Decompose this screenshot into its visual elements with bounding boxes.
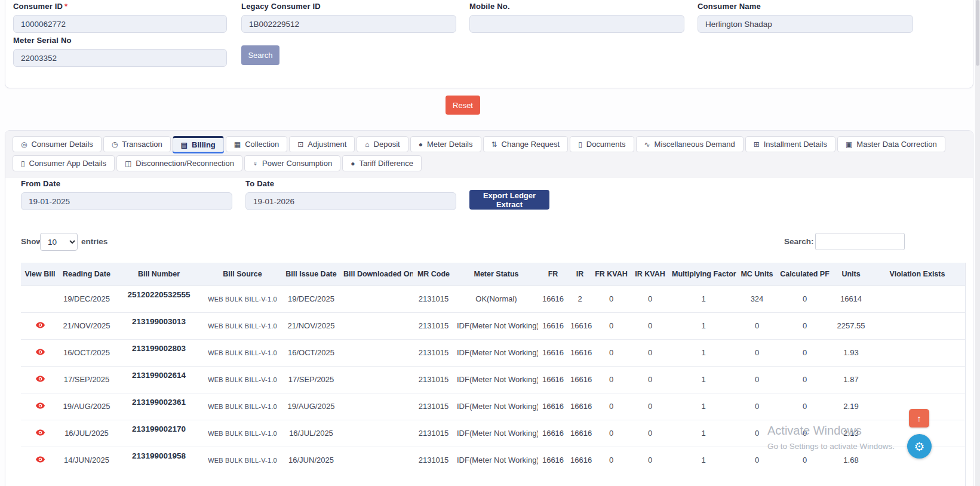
cell-bill-downloaded-on <box>341 339 413 366</box>
table-row: 17/SEP/2025213199002614WEB BULK BILL-V-1… <box>21 366 966 393</box>
view-bill-eye-icon[interactable] <box>36 322 45 328</box>
meter-serial-no-input[interactable] <box>13 49 227 67</box>
swap-arrows-icon: ⇅ <box>491 140 497 149</box>
view-bill-eye-icon[interactable] <box>36 456 45 463</box>
pulse-icon: ∿ <box>644 140 650 149</box>
cell-calculated-pf: 0 <box>776 312 833 339</box>
cell-meter-status: IDF(Meter Not Working) <box>454 312 538 339</box>
consumer-name-input[interactable] <box>698 15 913 33</box>
cell-reading-date: 19/AUG/2025 <box>59 393 114 420</box>
page-size-select[interactable]: 10 <box>40 233 78 251</box>
col-header-bill-issue-date[interactable]: Bill Issue Date <box>281 263 341 285</box>
cell-bill-downloaded-on <box>341 420 413 447</box>
col-header-mc-units[interactable]: MC Units <box>738 263 776 285</box>
col-header-reading-date[interactable]: Reading Date <box>59 263 114 285</box>
tab-adjustment[interactable]: ⊡Adjustment <box>289 136 355 152</box>
cell-mr-code: 2131015 <box>413 312 454 339</box>
cell-bill-issue-date: 16/JUN/2025 <box>281 447 341 473</box>
cell-mc-units: 0 <box>738 393 776 420</box>
cell-bill-downloaded-on <box>341 285 413 312</box>
view-bill-eye-icon[interactable] <box>36 349 45 355</box>
cell-reading-date: 19/DEC/2025 <box>59 285 114 312</box>
scrollbar-thumb[interactable] <box>976 0 979 66</box>
cell-calculated-pf: 0 <box>776 420 833 447</box>
mobile-no-input[interactable] <box>469 15 684 33</box>
tab-disconnection-reconnection[interactable]: ◫Disconnection/Reconnection <box>116 155 242 171</box>
to-date-input[interactable] <box>245 192 456 210</box>
tab-change-request[interactable]: ⇅Change Request <box>483 136 569 152</box>
scroll-to-top-button[interactable]: ↑ <box>909 409 929 427</box>
col-header-units[interactable]: Units <box>833 263 869 285</box>
cell-reading-date: 17/SEP/2025 <box>59 366 114 393</box>
cell-bill-number: 25120220532555 <box>114 285 204 312</box>
search-button[interactable]: Search <box>241 45 279 65</box>
col-header-fr[interactable]: FR <box>538 263 568 285</box>
col-header-view-bill[interactable]: View Bill <box>21 263 59 285</box>
cell-bill-source: WEB BULK BILL-V-1.0 <box>204 393 281 420</box>
cell-bill-source: WEB BULK BILL-V-1.0 <box>204 285 281 312</box>
legacy-consumer-id-input[interactable] <box>241 15 456 33</box>
meter-serial-no-label: Meter Serial No <box>13 36 72 45</box>
tab-collection[interactable]: ▦Collection <box>226 136 287 152</box>
col-header-bill-source[interactable]: Bill Source <box>204 263 281 285</box>
cell-fr: 16616 <box>538 393 568 420</box>
bank-icon: ⌂ <box>365 140 369 149</box>
tab-power-consumption[interactable]: ♀Power Consumption <box>244 155 340 171</box>
tab-strip: ◎Consumer Details◷Transaction▤Billing▦Co… <box>5 131 973 178</box>
col-header-fr-kvah[interactable]: FR KVAH <box>592 263 631 285</box>
view-bill-eye-icon[interactable] <box>36 376 45 382</box>
tab-master-data-correction[interactable]: ▣Master Data Correction <box>837 136 945 152</box>
table-row: 19/DEC/202525120220532555WEB BULK BILL-V… <box>21 285 966 312</box>
adjust-box-icon: ⊡ <box>297 140 303 149</box>
cell-units: 1.87 <box>833 366 869 393</box>
tab-tariff-difference[interactable]: ●Tariff Difference <box>342 155 422 171</box>
export-ledger-extract-button[interactable]: Export Ledger Extract <box>469 190 549 210</box>
cell-units: 2.19 <box>833 393 869 420</box>
col-header-violation-exists[interactable]: Violation Exists <box>869 263 966 285</box>
tab-consumer-app-details[interactable]: ▯Consumer App Details <box>13 155 115 171</box>
tab-meter-details[interactable]: ●Meter Details <box>410 136 481 152</box>
tab-label: Transaction <box>122 140 162 149</box>
table-search-input[interactable] <box>815 233 905 250</box>
cell-mc-units: 0 <box>738 447 776 473</box>
from-date-input[interactable] <box>21 192 232 210</box>
settings-fab-button[interactable]: ⚙ <box>907 434 932 459</box>
col-header-bill-number[interactable]: Bill Number <box>114 263 204 285</box>
tab-consumer-details[interactable]: ◎Consumer Details <box>13 136 102 152</box>
col-header-calculated-pf[interactable]: Calculated PF <box>776 263 833 285</box>
col-header-ir[interactable]: IR <box>568 263 592 285</box>
col-header-mr-code[interactable]: MR Code <box>413 263 454 285</box>
tab-label: Tariff Difference <box>359 159 413 168</box>
col-header-meter-status[interactable]: Meter Status <box>454 263 538 285</box>
view-bill-eye-icon[interactable] <box>36 402 45 409</box>
col-header-multiplying-factor[interactable]: Multiplying Factor <box>669 263 738 285</box>
cell-units: 2.13 <box>833 420 869 447</box>
cell-view-bill <box>21 339 59 366</box>
tab-installment-details[interactable]: ⊞Installment Details <box>745 136 835 152</box>
cell-bill-source: WEB BULK BILL-V-1.0 <box>204 339 281 366</box>
cell-units: 1.93 <box>833 339 869 366</box>
from-date-label: From Date <box>21 179 60 188</box>
tab-label: Billing <box>192 140 216 149</box>
tab-documents[interactable]: ▯Documents <box>570 136 634 152</box>
view-bill-eye-icon[interactable] <box>36 429 45 436</box>
cell-meter-status: IDF(Meter Not Working) <box>454 339 538 366</box>
consumer-id-input[interactable] <box>13 15 227 33</box>
cell-multiplying-factor: 1 <box>669 312 738 339</box>
tab-billing[interactable]: ▤Billing <box>173 136 224 152</box>
cell-multiplying-factor: 1 <box>669 285 738 312</box>
cell-view-bill <box>21 285 59 312</box>
page-scrollbar[interactable] <box>975 0 980 486</box>
col-header-ir-kvah[interactable]: IR KVAH <box>631 263 669 285</box>
col-header-bill-downloaded-on[interactable]: Bill Downloaded On <box>341 263 413 285</box>
dot-circle-icon: ● <box>351 159 355 168</box>
cell-bill-downloaded-on <box>341 312 413 339</box>
tab-deposit[interactable]: ⌂Deposit <box>357 136 408 152</box>
cell-bill-issue-date: 19/AUG/2025 <box>281 393 341 420</box>
show-entries-label: Show <box>21 237 42 246</box>
tab-label: Collection <box>245 140 279 149</box>
tab-transaction[interactable]: ◷Transaction <box>103 136 171 152</box>
billing-table-wrapper[interactable]: View BillReading DateBill NumberBill Sou… <box>21 263 966 486</box>
reset-button[interactable]: Reset <box>446 96 480 115</box>
tab-miscellaneous-demand[interactable]: ∿Miscellaneous Demand <box>636 136 744 152</box>
